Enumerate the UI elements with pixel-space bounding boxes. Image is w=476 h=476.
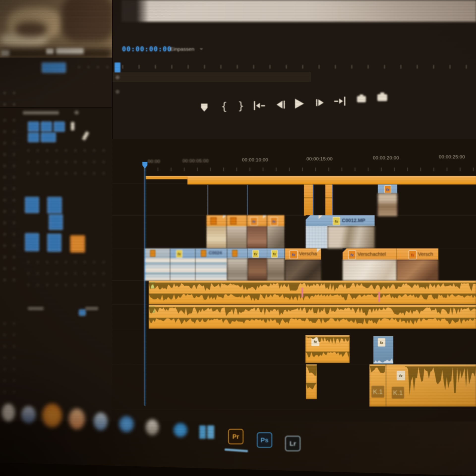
clip-audio-a2[interactable] <box>149 305 476 329</box>
taskbar-icon-blur[interactable] <box>94 413 108 430</box>
taskbar-icon-premiere[interactable]: Pr <box>228 429 243 444</box>
add-marker-button[interactable] <box>195 99 213 117</box>
mark-in-button[interactable]: { <box>215 98 233 116</box>
add-track-icon[interactable] <box>116 90 119 94</box>
comparison-view-icon <box>377 94 387 101</box>
mark-out-button[interactable]: } <box>232 97 250 115</box>
fx-badge[interactable]: fx <box>409 250 416 259</box>
clip-blue[interactable]: fx <box>267 248 285 281</box>
fx-badge-glyph[interactable] <box>150 250 155 257</box>
taskbar-icon-lightroom[interactable]: Lr <box>285 436 300 451</box>
fx-badge[interactable]: fx <box>348 250 356 259</box>
fx-badge[interactable]: fx <box>290 250 298 259</box>
clip-nested-c[interactable]: fx Versch <box>397 248 438 281</box>
chevron-down-icon[interactable]: ⌄ <box>199 44 204 51</box>
clip-audio-short[interactable] <box>306 364 317 399</box>
mixer-button[interactable] <box>25 233 39 251</box>
fx-badge[interactable]: fx <box>333 217 340 225</box>
settings-icon[interactable] <box>116 75 119 79</box>
comparison-view-button[interactable] <box>373 89 391 107</box>
clip-nested-b[interactable]: fx Verschachtel <box>343 248 397 281</box>
clip-blue[interactable]: fx <box>248 248 267 281</box>
effect-button[interactable] <box>54 121 65 132</box>
pen-tool-icon[interactable] <box>71 122 74 130</box>
effect-button[interactable] <box>41 121 52 132</box>
fx-badge[interactable]: fx <box>378 338 385 347</box>
clip-audio-k1[interactable]: K.1 K.1 fx <box>369 364 476 407</box>
playhead-timecode[interactable]: 00:00:00:00 <box>122 45 172 53</box>
taskbar-icon-explorer[interactable] <box>199 425 215 439</box>
clip-cut <box>226 215 227 248</box>
export-frame-button[interactable] <box>353 90 370 108</box>
clip-thumbnail <box>397 260 438 281</box>
taskbar-icon-firefox[interactable] <box>42 404 62 427</box>
taskbar-icon-blur[interactable] <box>69 409 85 429</box>
clip-blue[interactable] <box>145 248 170 281</box>
taskbar-icon-blur[interactable] <box>2 404 15 421</box>
fx-badge[interactable]: fx <box>397 371 405 380</box>
clip-blue[interactable]: fx <box>170 248 195 281</box>
mixer-button[interactable] <box>25 197 39 213</box>
clip-thumbnail <box>285 260 321 281</box>
fx-badge-glyph[interactable] <box>230 217 237 225</box>
fx-badge[interactable]: fx <box>252 250 259 258</box>
go-to-in-button[interactable] <box>250 97 268 115</box>
brush-tool-icon[interactable] <box>82 131 89 141</box>
effect-button[interactable] <box>28 132 39 142</box>
fx-badge-glyph[interactable] <box>210 217 217 225</box>
play-button[interactable] <box>291 95 308 113</box>
mixer-button[interactable] <box>47 197 62 214</box>
fx-badge[interactable]: fx <box>271 250 278 258</box>
fx-badge[interactable]: fx <box>270 217 278 226</box>
fx-badge[interactable]: fx <box>384 185 391 193</box>
clip-c0012[interactable]: fx C0012.MP <box>306 215 375 248</box>
clip-fx-thumbnail[interactable]: fx <box>378 184 397 216</box>
taskbar-icon-twitter[interactable] <box>119 416 134 432</box>
taskbar-icon-onedrive[interactable] <box>174 423 187 437</box>
clip-short-orange[interactable] <box>304 184 314 216</box>
fx-badge-glyph[interactable] <box>201 250 206 257</box>
mini-timeline-ruler[interactable] <box>122 65 475 69</box>
clip-adjustment-layer[interactable] <box>187 177 476 184</box>
small-toggle[interactable] <box>79 309 86 316</box>
step-back-icon <box>277 101 283 109</box>
taskbar-icon-photoshop[interactable]: Ps <box>257 432 272 448</box>
waveform <box>149 283 476 293</box>
fit-dropdown[interactable]: Einpassen <box>170 46 194 52</box>
clip-blue[interactable] <box>227 248 248 281</box>
taskbar-icon-blur[interactable] <box>146 419 159 435</box>
source-icon-blur <box>1 50 9 56</box>
clip-adjustment-layer-head[interactable] <box>146 177 188 179</box>
taskbar-icon-blur[interactable] <box>21 406 36 423</box>
ruler-label: 00:00:05:00 <box>182 158 209 164</box>
clip-audio-fx[interactable]: fx <box>305 335 350 363</box>
fx-badge[interactable]: fx <box>176 250 182 258</box>
timeline-playhead[interactable] <box>145 163 145 406</box>
clip-label: C0012.MP <box>342 218 365 223</box>
playhead-caret[interactable] <box>142 162 148 168</box>
clip-body <box>145 258 170 281</box>
clip-audio-a1[interactable] <box>149 281 476 304</box>
clip-nested-a[interactable]: fx Verscha <box>285 248 321 281</box>
fx-badge[interactable]: fx <box>250 217 258 226</box>
mini-playhead[interactable] <box>115 62 120 72</box>
effect-button[interactable] <box>28 121 39 132</box>
clip-group-orange[interactable]: fx fx <box>207 215 284 248</box>
fx-badge-glyph[interactable] <box>232 250 238 257</box>
clip-c0024[interactable]: C0024 <box>195 248 227 281</box>
clip-thumbnail <box>247 226 267 248</box>
mixer-button[interactable] <box>49 214 63 230</box>
source-scrub-bar[interactable] <box>42 62 66 73</box>
clip-marker[interactable] <box>378 292 380 302</box>
clip-short-orange[interactable] <box>325 184 333 216</box>
step-forward-button[interactable] <box>311 94 329 112</box>
effect-button[interactable] <box>41 132 56 142</box>
panel-menu-icon[interactable] <box>74 111 79 115</box>
step-back-button[interactable] <box>272 96 290 114</box>
timeline-ruler[interactable] <box>145 168 476 171</box>
solo-button[interactable] <box>70 235 85 253</box>
clip-audio-blue[interactable]: fx <box>373 336 393 364</box>
mixer-button[interactable] <box>47 234 61 252</box>
clip-marker[interactable] <box>301 288 303 298</box>
go-to-out-button[interactable] <box>331 92 349 110</box>
